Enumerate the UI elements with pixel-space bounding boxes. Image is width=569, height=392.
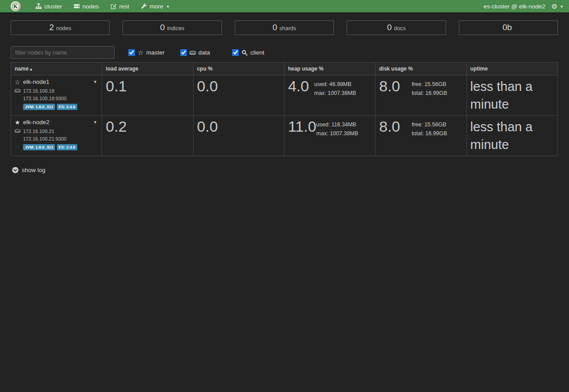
nav-item-nodes[interactable]: nodes [74,3,99,10]
disk-free: free: 15.56GB [412,120,447,129]
heap-cell: 4.0 used: 46.98MB max: 1007.38MB [284,75,375,116]
stat-shards-value: 0 [273,23,277,32]
node-cell: ★ elk-node2 ▾ 172.16.100.21 172.16.100.2… [11,116,102,156]
nav-label-rest: rest [119,3,130,10]
cpu-cell: 0.0 [193,116,284,156]
node-ip: 172.16.100.18 [23,88,54,94]
uptime-value: less than a minute [470,118,554,153]
gear-icon: ⚙ [552,3,557,10]
heap-used: used: 46.98MB [314,80,356,89]
hdd-icon [15,128,20,134]
master-checkbox[interactable] [128,49,135,56]
header-load-average[interactable]: load average [102,63,193,75]
filter-row: ☆ master data client [11,46,558,59]
filter-data[interactable]: data [180,49,232,56]
star-outline-icon: ☆ [15,79,22,85]
nav-item-more[interactable]: more ▾ [141,3,169,10]
chevron-down-icon: ▾ [167,4,169,9]
node-ip: 172.16.100.21 [23,129,54,134]
stat-indices-label: indices [167,25,184,31]
stat-indices: 0 indices [122,20,221,35]
header-disk-usage[interactable]: disk usage % [375,63,466,75]
load-average-cell: 0.2 [102,116,193,156]
heap-max: max: 1007.38MB [314,89,356,98]
node-menu-caret-icon[interactable]: ▾ [94,119,97,125]
stat-docs: 0 docs [347,20,446,35]
es-version-badge: ES: 2.4.6 [57,104,77,110]
cluster-host-label: es-cluster @ elk-node2 [484,3,545,10]
client-checkbox[interactable] [232,49,239,56]
sitemap-icon [36,3,42,9]
filter-client-label: client [250,49,265,56]
uptime-cell: less than a minute [466,116,557,156]
disk-total: total: 16.99GB [412,129,447,138]
node-row-elk-node2: ★ elk-node2 ▾ 172.16.100.21 172.16.100.2… [11,116,558,156]
cpu-cell: 0.0 [193,75,284,116]
header-uptime[interactable]: uptime [466,63,557,75]
heap-percent-value: 4.0 [288,78,309,98]
disk-percent-value: 8.0 [379,118,400,138]
disk-cell: 8.0 free: 15.56GB total: 16.99GB [375,116,466,156]
hdd-icon [190,50,196,56]
stat-docs-value: 0 [387,23,392,32]
disk-cell: 8.0 free: 15.56GB total: 16.99GB [375,75,466,116]
disk-free: free: 15.56GB [412,80,447,89]
uptime-value: less than a minute [470,78,554,113]
heap-used: used: 116.34MB [316,120,359,129]
load-average-cell: 0.1 [102,75,193,116]
disk-total: total: 16.99GB [412,89,447,98]
stat-shards-label: shards [280,25,296,31]
heap-max: max: 1007.38MB [316,129,359,138]
table-header-row: name▴ load average cpu % heap usage % di… [11,63,558,75]
load-average-value: 0.2 [106,118,189,135]
node-transport-address: 172.16.100.18:9300 [23,96,98,101]
stat-nodes: 2 nodes [11,20,110,35]
stat-indices-value: 0 [160,23,165,32]
settings-menu[interactable]: ⚙ ▾ [552,3,563,10]
filter-master-label: master [146,49,164,56]
search-icon [241,50,248,56]
nav-item-rest[interactable]: rest [111,3,130,10]
navbar: K cluster nodes rest more ▾ es-cluster @… [0,0,569,13]
chevron-down-icon: ▾ [561,4,563,9]
stat-docs-label: docs [394,25,406,31]
filter-data-label: data [198,49,210,56]
star-filled-icon: ★ [15,119,22,125]
disk-percent-value: 8.0 [379,78,400,98]
filter-master[interactable]: ☆ master [128,49,180,56]
sort-asc-icon: ▴ [30,67,32,71]
show-log-label: show log [22,167,45,173]
nodes-table: name▴ load average cpu % heap usage % di… [11,62,558,156]
header-heap-usage[interactable]: heap usage % [284,63,375,75]
nav-label-nodes: nodes [83,3,99,10]
header-cpu[interactable]: cpu % [193,63,284,75]
kopf-logo[interactable]: K [11,1,20,11]
node-transport-address: 172.16.100.21:9300 [23,136,98,141]
chevron-circle-down-icon [12,167,19,173]
filter-client[interactable]: client [232,49,284,56]
nav-item-cluster[interactable]: cluster [36,3,62,10]
node-name: elk-node2 [23,119,49,125]
load-average-value: 0.1 [106,78,189,95]
node-cell: ☆ elk-node1 ▾ 172.16.100.18 172.16.100.1… [11,75,102,116]
hdd-icon [15,88,20,94]
show-log-toggle[interactable]: show log [12,167,45,173]
stat-shards: 0 shards [235,20,334,35]
stat-nodes-label: nodes [56,25,71,31]
star-icon: ☆ [138,49,143,56]
node-menu-caret-icon[interactable]: ▾ [94,79,97,85]
uptime-cell: less than a minute [466,75,557,116]
header-name[interactable]: name▴ [11,63,102,75]
cpu-value: 0.0 [197,78,281,95]
navbar-right: es-cluster @ elk-node2 ⚙ ▾ [484,3,563,10]
node-filter-input[interactable] [11,46,115,59]
wrench-icon [141,3,147,9]
stat-size: 0b [459,20,558,35]
kopf-logo-letter: K [12,3,20,10]
heap-percent-value: 11.0 [288,118,316,138]
edit-icon [111,3,117,9]
cpu-value: 0.0 [197,118,281,135]
data-checkbox[interactable] [180,49,187,56]
server-icon [74,3,80,9]
jvm-version-badge: JVM: 1.8.0_312 [23,104,55,110]
